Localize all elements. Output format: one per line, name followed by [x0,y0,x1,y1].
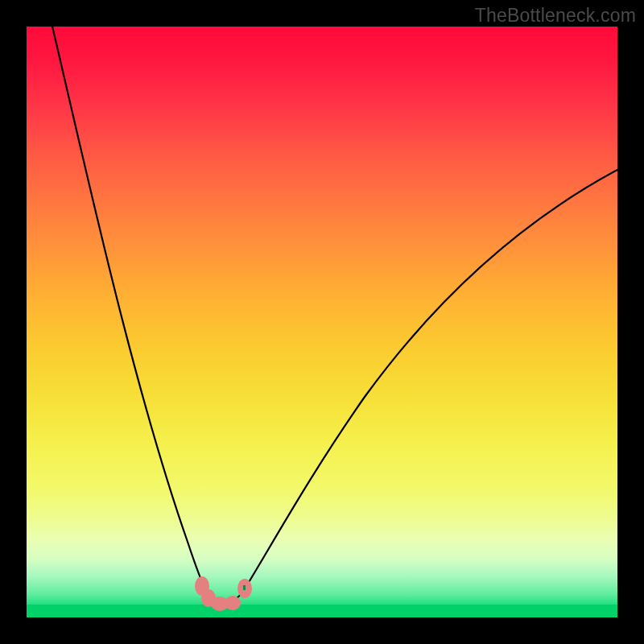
marker-dot [195,576,209,596]
curve-valley [208,590,244,602]
chart-plot-area [27,27,617,617]
curve-left-branch [52,27,208,595]
watermark-text: TheBottleneck.com [475,5,636,27]
marker-dot [237,579,252,598]
optimal-zone-band [27,605,617,617]
curve-edge-tick [243,585,246,590]
curve-right-branch [244,170,617,590]
bottleneck-curve [27,27,617,617]
